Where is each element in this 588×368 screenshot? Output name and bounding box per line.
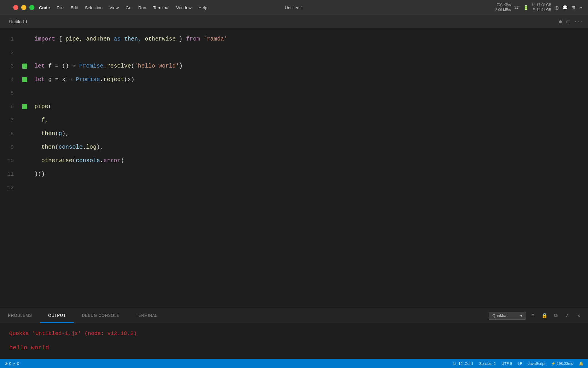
eol[interactable]: LF	[518, 361, 522, 366]
line-number-11: 11	[0, 171, 21, 177]
token	[34, 130, 41, 137]
message-icon: 💬	[562, 5, 568, 10]
breakpoint-col-3[interactable]	[21, 64, 29, 69]
menu-run[interactable]: Run	[138, 5, 146, 10]
editor-tab-title[interactable]: Untitled-1	[5, 18, 32, 26]
token: )()	[34, 171, 45, 177]
token: error	[103, 157, 121, 164]
menu-selection[interactable]: Selection	[85, 5, 103, 10]
line-number-7: 7	[0, 117, 21, 123]
menu-go[interactable]: Go	[126, 5, 131, 10]
token: ),	[62, 130, 69, 137]
lock-icon[interactable]: 🔒	[540, 311, 549, 320]
code-line-5: 5	[0, 86, 588, 100]
token: )	[179, 63, 183, 69]
notification-icon[interactable]: 🔔	[579, 361, 583, 366]
warning-number: 0	[17, 361, 19, 366]
tabbar-actions: ⊟ ···	[559, 19, 583, 25]
tab-problems[interactable]: PROBLEMS	[0, 308, 40, 323]
code-editor[interactable]: 1import { pipe, andThen as then, otherwi…	[0, 29, 588, 308]
breakpoint-6	[22, 104, 27, 109]
code-line-1: 1import { pipe, andThen as then, otherwi…	[0, 32, 588, 46]
panel-output: Quokka 'Untitled-1.js' (node: v12.18.2) …	[0, 323, 588, 359]
code-text-8: then(g),	[29, 127, 69, 140]
token: pipe,	[65, 36, 83, 42]
cursor-position[interactable]: Ln 12, Col 1	[453, 361, 473, 366]
more-icon: ···	[579, 5, 582, 10]
token: then	[41, 144, 55, 150]
menu-help[interactable]: Help	[198, 5, 207, 10]
clear-output-icon[interactable]: ≡	[528, 311, 537, 320]
menu-window[interactable]: Window	[176, 5, 192, 10]
bottom-panel: PROBLEMS OUTPUT DEBUG CONSOLE TERMINAL Q…	[0, 308, 588, 359]
token: (	[48, 103, 52, 110]
indentation[interactable]: Spaces: 2	[479, 361, 496, 366]
breakpoint-col-4[interactable]	[21, 77, 29, 82]
breakpoint-3	[22, 64, 27, 69]
language-mode[interactable]: JavaScript	[528, 361, 546, 366]
chevron-down-icon: ▾	[520, 313, 522, 318]
panel-close-icon[interactable]: ✕	[574, 311, 583, 320]
menu-edit[interactable]: Edit	[71, 5, 78, 10]
output-source-dropdown[interactable]: Quokka ▾	[489, 312, 526, 320]
token: log	[86, 144, 96, 150]
line-number-1: 1	[0, 36, 21, 42]
split-editor-icon[interactable]: ⊟	[566, 19, 570, 25]
token: (x)	[124, 76, 134, 83]
copy-icon[interactable]: ⧉	[551, 311, 560, 320]
maximize-button[interactable]	[29, 5, 34, 10]
token: let	[34, 76, 45, 83]
token: as	[114, 36, 121, 42]
close-button[interactable]	[13, 5, 18, 10]
token	[76, 63, 79, 69]
tab-debug-console[interactable]: DEBUG CONSOLE	[74, 308, 127, 323]
error-count[interactable]: ⊗ 0 △ 0	[5, 361, 19, 366]
temp-stat: 31°	[514, 5, 519, 9]
token: f,	[34, 117, 48, 123]
tab-output[interactable]: OUTPUT	[40, 308, 74, 323]
code-text-6: pipe(	[29, 100, 52, 113]
menu-view[interactable]: View	[109, 5, 119, 10]
warning-icon: △	[13, 361, 16, 366]
menu-code[interactable]: Code	[39, 5, 50, 10]
token: andThen	[86, 36, 110, 42]
code-line-8: 8 then(g),	[0, 127, 588, 140]
panel-maximize-icon[interactable]: ∧	[563, 311, 572, 320]
encoding[interactable]: UTF-8	[502, 361, 512, 366]
token: console	[76, 157, 100, 164]
wifi-icon: ◎	[555, 5, 559, 10]
token: )	[121, 157, 124, 164]
token: Promise	[79, 63, 103, 69]
token	[110, 36, 114, 42]
token	[141, 36, 145, 42]
code-text-11: )()	[29, 167, 45, 181]
code-text-1: import { pipe, andThen as then, otherwis…	[29, 32, 227, 46]
control-center-icon: ⊞	[571, 5, 575, 10]
token: }	[176, 36, 186, 42]
minimize-button[interactable]	[21, 5, 26, 10]
panel-tab-actions: Quokka ▾ ≡ 🔒 ⧉ ∧ ✕	[489, 311, 588, 320]
token: f = ()	[45, 63, 72, 69]
token: otherwise	[41, 157, 72, 164]
breakpoint-col-6[interactable]	[21, 104, 29, 109]
menu-file[interactable]: File	[57, 5, 64, 10]
error-number: 0	[9, 361, 11, 366]
token: g	[59, 130, 62, 137]
code-line-12: 12	[0, 181, 588, 194]
token	[72, 76, 76, 83]
breakpoint-4	[22, 77, 27, 82]
tab-terminal[interactable]: TERMINAL	[127, 308, 165, 323]
more-options-icon[interactable]: ···	[574, 19, 583, 25]
menu-terminal[interactable]: Terminal	[153, 5, 169, 10]
statusbar: ⊗ 0 △ 0 Ln 12, Col 1 Spaces: 2 UTF-8 LF …	[0, 359, 588, 368]
line-number-2: 2	[0, 49, 21, 56]
code-line-7: 7 f,	[0, 113, 588, 127]
battery-icon: 🔋	[523, 5, 529, 10]
code-text-9: then(console.log),	[29, 140, 103, 154]
panel-tabbar: PROBLEMS OUTPUT DEBUG CONSOLE TERMINAL Q…	[0, 308, 588, 323]
token: otherwise	[145, 36, 176, 42]
code-line-2: 2	[0, 46, 588, 59]
token: console	[59, 144, 83, 150]
token	[34, 144, 41, 150]
editor-area: 1import { pipe, andThen as then, otherwi…	[0, 29, 588, 308]
